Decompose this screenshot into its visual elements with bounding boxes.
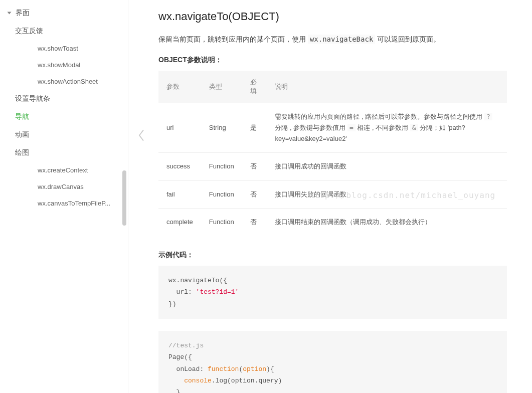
table-header: 说明 bbox=[267, 71, 507, 103]
example-label: 示例代码： bbox=[158, 251, 507, 260]
params-label: OBJECT参数说明： bbox=[158, 56, 507, 65]
chevron-down-icon bbox=[8, 12, 12, 15]
table-header: 类型 bbox=[201, 71, 242, 103]
table-row: completeFunction否接口调用结束的回调函数（调用成功、失败都会执行… bbox=[158, 208, 507, 236]
table-row: successFunction否接口调用成功的回调函数 bbox=[158, 153, 507, 180]
main-content: wx.navigateTo(OBJECT) 保留当前页面，跳转到应用内的某个页面… bbox=[128, 0, 532, 393]
table-header: 参数 bbox=[158, 71, 201, 103]
code-block-2: //test.js Page({ onLoad: function(option… bbox=[158, 331, 507, 393]
sidebar-item[interactable]: 设置导航条 bbox=[0, 90, 128, 108]
inline-code: wx.navigateBack bbox=[308, 35, 375, 44]
sidebar: 界面 交互反馈wx.showToastwx.showModalwx.showAc… bbox=[0, 0, 128, 393]
page-title: wx.navigateTo(OBJECT) bbox=[158, 10, 507, 23]
sidebar-root[interactable]: 界面 bbox=[0, 4, 128, 22]
sidebar-item[interactable]: 绘图 bbox=[0, 144, 128, 162]
table-row: failFunction否接口调用失败的回调函数 bbox=[158, 180, 507, 208]
description: 保留当前页面，跳转到应用内的某个页面，使用 wx.navigateBack 可以… bbox=[158, 33, 507, 46]
sidebar-item[interactable]: wx.showModal bbox=[0, 57, 128, 73]
sidebar-item[interactable]: wx.createContext bbox=[0, 162, 128, 178]
table-row: urlString是需要跳转的应用内页面的路径 , 路径后可以带参数。参数与路径… bbox=[158, 103, 507, 153]
scrollbar[interactable] bbox=[122, 0, 126, 393]
sidebar-item[interactable]: wx.showToast bbox=[0, 40, 128, 57]
sidebar-item[interactable]: wx.drawCanvas bbox=[0, 178, 128, 195]
code-block-1: wx.navigateTo({ url: 'test?id=1' }) bbox=[158, 266, 507, 319]
sidebar-item[interactable]: 导航 bbox=[0, 108, 128, 126]
sidebar-item[interactable]: wx.canvasToTempFileP... bbox=[0, 195, 128, 212]
sidebar-item[interactable]: 动画 bbox=[0, 126, 128, 144]
sidebar-item[interactable]: 交互反馈 bbox=[0, 22, 128, 40]
params-table: 参数类型必填说明 urlString是需要跳转的应用内页面的路径 , 路径后可以… bbox=[158, 71, 507, 236]
sidebar-item[interactable]: wx.showActionSheet bbox=[0, 73, 128, 90]
sidebar-root-label: 界面 bbox=[16, 9, 30, 18]
table-header: 必填 bbox=[242, 71, 267, 103]
